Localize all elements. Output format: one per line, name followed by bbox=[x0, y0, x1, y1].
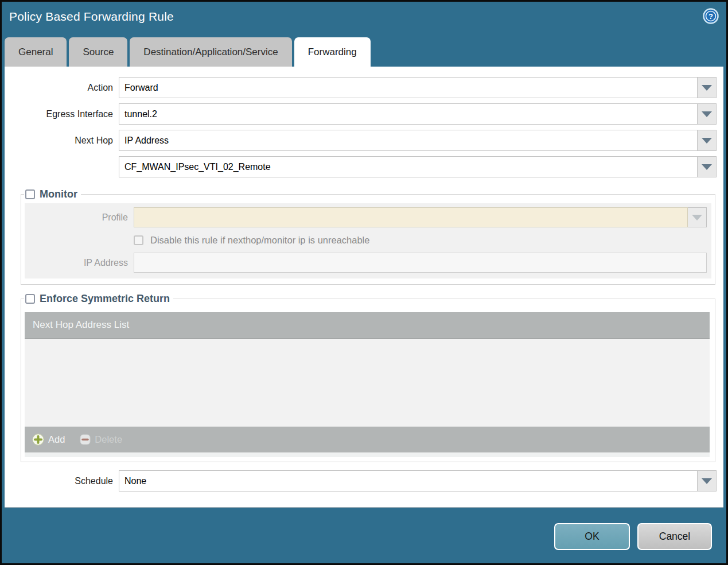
cancel-button[interactable]: Cancel bbox=[637, 523, 712, 550]
profile-dropdown-button bbox=[688, 207, 707, 227]
ip-address-label: IP Address bbox=[25, 258, 134, 268]
disable-rule-label: Disable this rule if nexthop/monitor ip … bbox=[150, 235, 369, 246]
next-hop-row: Next Hop IP Address bbox=[5, 130, 723, 151]
chevron-down-icon bbox=[692, 215, 702, 220]
egress-interface-select[interactable]: tunnel.2 bbox=[119, 103, 698, 125]
next-hop-address-select[interactable]: CF_MWAN_IPsec_VTI_02_Remote bbox=[119, 156, 698, 177]
monitor-profile-row: Profile bbox=[25, 207, 711, 227]
svg-text:?: ? bbox=[708, 12, 713, 21]
tab-general[interactable]: General bbox=[5, 37, 67, 67]
next-hop-dropdown-button[interactable] bbox=[698, 130, 717, 151]
action-select[interactable]: Forward bbox=[119, 77, 698, 98]
next-hop-address-list-footer: Add Delete bbox=[25, 427, 710, 452]
add-button-label: Add bbox=[48, 434, 65, 445]
chevron-down-icon bbox=[702, 138, 712, 144]
dialog-titlebar: Policy Based Forwarding Rule ? bbox=[2, 2, 726, 37]
next-hop-address-table: Next Hop Address List Add bbox=[25, 312, 710, 457]
minus-icon bbox=[80, 434, 91, 445]
schedule-select[interactable]: None bbox=[119, 470, 698, 492]
disable-rule-row: Disable this rule if nexthop/monitor ip … bbox=[134, 235, 711, 246]
table-scroll-strip bbox=[25, 452, 710, 457]
monitor-fieldset: Monitor Profile Disable this rule bbox=[21, 188, 715, 285]
delete-button: Delete bbox=[80, 434, 122, 445]
symmetric-return-legend: Enforce Symmetric Return bbox=[24, 293, 173, 305]
egress-interface-label: Egress Interface bbox=[5, 109, 119, 119]
egress-interface-dropdown-button[interactable] bbox=[698, 103, 717, 125]
action-label: Action bbox=[5, 83, 119, 93]
plus-icon bbox=[32, 434, 44, 446]
chevron-down-icon bbox=[702, 111, 712, 117]
tab-source[interactable]: Source bbox=[69, 37, 127, 67]
schedule-row: Schedule None bbox=[5, 470, 723, 492]
next-hop-address-row: CF_MWAN_IPsec_VTI_02_Remote bbox=[5, 156, 723, 177]
monitor-checkbox[interactable] bbox=[25, 189, 35, 199]
next-hop-address-list-header: Next Hop Address List bbox=[25, 312, 710, 339]
action-row: Action Forward bbox=[5, 77, 723, 98]
schedule-dropdown-button[interactable] bbox=[698, 470, 717, 492]
schedule-label: Schedule bbox=[5, 476, 119, 486]
monitor-panel: Profile Disable this rule if nexthop/mon… bbox=[25, 203, 711, 278]
ok-button[interactable]: OK bbox=[554, 523, 630, 550]
tab-content-forwarding: Action Forward Egress Interface tunnel.2… bbox=[5, 67, 723, 508]
symmetric-return-checkbox[interactable] bbox=[25, 294, 35, 304]
delete-button-label: Delete bbox=[95, 434, 122, 445]
chevron-down-icon bbox=[702, 164, 712, 170]
help-icon[interactable]: ? bbox=[703, 8, 719, 24]
tab-destination-application-service[interactable]: Destination/Application/Service bbox=[130, 37, 291, 67]
chevron-down-icon bbox=[702, 85, 712, 91]
next-hop-type-select[interactable]: IP Address bbox=[119, 130, 698, 151]
symmetric-return-fieldset: Enforce Symmetric Return Next Hop Addres… bbox=[21, 293, 715, 462]
monitor-legend: Monitor bbox=[24, 188, 81, 200]
ip-address-input bbox=[134, 253, 707, 273]
dialog-action-buttons: OK Cancel bbox=[554, 523, 712, 550]
action-dropdown-button[interactable] bbox=[698, 77, 717, 98]
monitor-title: Monitor bbox=[40, 188, 77, 200]
next-hop-address-dropdown-button[interactable] bbox=[698, 156, 717, 177]
tab-bar: General Source Destination/Application/S… bbox=[5, 37, 373, 67]
egress-interface-row: Egress Interface tunnel.2 bbox=[5, 103, 723, 125]
disable-rule-checkbox bbox=[134, 235, 143, 245]
profile-select bbox=[134, 207, 688, 227]
monitor-ip-address-row: IP Address bbox=[25, 253, 711, 273]
add-button[interactable]: Add bbox=[32, 434, 65, 446]
tab-forwarding[interactable]: Forwarding bbox=[294, 37, 371, 67]
symmetric-return-title: Enforce Symmetric Return bbox=[40, 293, 170, 305]
next-hop-address-list-body[interactable] bbox=[25, 339, 710, 427]
policy-based-forwarding-dialog: Policy Based Forwarding Rule ? General S… bbox=[0, 0, 728, 565]
chevron-down-icon bbox=[702, 478, 712, 484]
dialog-title: Policy Based Forwarding Rule bbox=[9, 10, 174, 24]
next-hop-label: Next Hop bbox=[5, 136, 119, 146]
profile-label: Profile bbox=[25, 212, 134, 223]
